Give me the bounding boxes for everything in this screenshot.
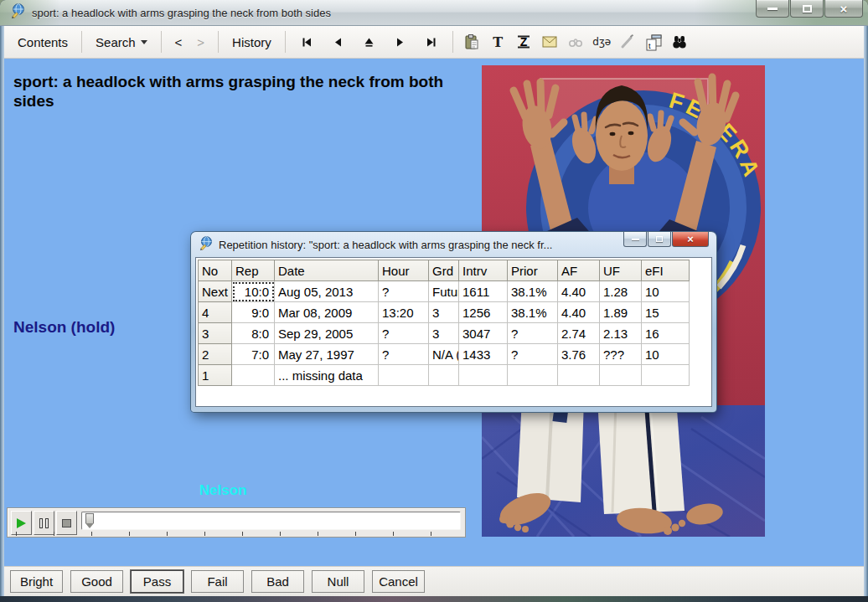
- taskbar-strip: [0, 596, 868, 602]
- minimize-button[interactable]: [756, 0, 789, 18]
- table-header-row: NoRepDateHourGrdIntrvPriorAFUFeFI: [199, 260, 690, 281]
- table-row: 38:0Sep 29, 2005?33047?2.742.1316: [199, 323, 690, 344]
- separator: [81, 31, 82, 53]
- compress-button[interactable]: Z: [513, 31, 535, 54]
- grade-bad-button[interactable]: Bad: [251, 570, 304, 593]
- separator: [218, 31, 219, 53]
- binoculars-icon: [671, 33, 688, 50]
- svg-text:Z: Z: [520, 35, 528, 49]
- cancel-button[interactable]: Cancel: [372, 570, 425, 593]
- seek-slider[interactable]: [81, 512, 461, 530]
- link-icon: [567, 33, 584, 50]
- table-row: 27:0May 27, 1997?N/A (1433?3.76???10: [199, 344, 690, 365]
- answer-text: Nelson (hold): [13, 318, 115, 337]
- grade-good-button[interactable]: Good: [70, 570, 123, 593]
- compress-icon: Z: [515, 33, 532, 50]
- grade-pass-button[interactable]: Pass: [131, 570, 183, 593]
- grade-bright-button[interactable]: Bright: [10, 570, 63, 593]
- dialog-controls: ×: [623, 232, 709, 247]
- table-row: 1... missing data: [199, 365, 690, 386]
- wand-icon: [619, 33, 636, 50]
- slider-thumb[interactable]: [85, 513, 94, 523]
- media-player: [7, 507, 466, 538]
- history-button[interactable]: History: [225, 32, 279, 53]
- supermemo-globe-icon: [10, 3, 25, 22]
- image-caption: Nelson: [199, 482, 247, 499]
- table-row: Next10:0Aug 05, 2013?Future161138.1%4.40…: [199, 281, 690, 302]
- maximize-icon: [803, 5, 812, 13]
- window-controls: ×: [756, 0, 863, 18]
- pronunciation-button[interactable]: dʒə: [591, 31, 613, 54]
- question-text: sport: a headlock with arms grasping the…: [13, 72, 445, 111]
- dialog-body: NoRepDateHourGrdIntrvPriorAFUFeFI Next10…: [195, 257, 712, 407]
- grade-null-button[interactable]: Null: [312, 570, 364, 593]
- maximize-button[interactable]: [790, 0, 824, 18]
- back-button[interactable]: <: [168, 32, 190, 53]
- maximize-icon: [656, 236, 663, 242]
- repetition-table: NoRepDateHourGrdIntrvPriorAFUFeFI Next10…: [198, 260, 690, 386]
- email-button[interactable]: [539, 31, 561, 54]
- separator: [452, 31, 453, 53]
- supermemo-globe-icon: [199, 236, 213, 254]
- window-border-right: [864, 26, 868, 596]
- duplicate-window-button[interactable]: t: [643, 31, 665, 54]
- close-button[interactable]: ×: [824, 0, 863, 18]
- close-icon: ×: [840, 3, 848, 15]
- dialog-close-button[interactable]: ×: [672, 232, 709, 247]
- separator: [285, 31, 286, 53]
- phonetic-icon: dʒə: [592, 36, 611, 48]
- grade-fail-button[interactable]: Fail: [191, 570, 244, 593]
- supermemo-element-window: sport: a headlock with arms grasping the…: [0, 0, 868, 602]
- next-icon: [394, 36, 406, 49]
- text-icon: T: [493, 34, 503, 50]
- minimize-icon: [767, 8, 778, 10]
- dialog-title: Repetition history: "sport: a headlock w…: [219, 239, 606, 251]
- table-row: 49:0Mar 08, 200913:203125638.1%4.401.891…: [199, 302, 690, 323]
- link-button[interactable]: [565, 31, 587, 54]
- dialog-maximize-button[interactable]: [648, 232, 671, 247]
- window-title: sport: a headlock with arms grasping the…: [32, 7, 331, 19]
- grade-bar: Bright Good Pass Fail Bad Null Cancel: [4, 566, 864, 596]
- minimize-icon: [632, 239, 639, 240]
- toolbar: Contents Search < > History T Z dʒə t: [0, 26, 868, 59]
- focused-cell[interactable]: 10:0: [232, 281, 275, 302]
- separator: [161, 31, 162, 53]
- forward-button[interactable]: >: [189, 32, 212, 53]
- edit-button[interactable]: [617, 31, 639, 54]
- parent-element-button[interactable]: [359, 33, 379, 52]
- find-button[interactable]: [669, 31, 691, 54]
- dialog-titlebar[interactable]: Repetition history: "sport: a headlock w…: [191, 232, 716, 257]
- up-icon: [363, 36, 375, 49]
- first-element-button[interactable]: [297, 33, 317, 52]
- text-component-button[interactable]: T: [487, 31, 509, 54]
- chevron-down-icon: [141, 40, 147, 44]
- pause-icon: [39, 518, 49, 528]
- slider-ticks: [16, 532, 460, 536]
- window-titlebar[interactable]: sport: a headlock with arms grasping the…: [0, 0, 868, 26]
- paste-button[interactable]: [461, 31, 483, 54]
- dialog-minimize-button[interactable]: [623, 232, 647, 247]
- search-button[interactable]: Search: [88, 32, 155, 53]
- close-icon: ×: [687, 234, 694, 244]
- last-element-button[interactable]: [421, 33, 441, 52]
- stop-icon: [62, 519, 71, 527]
- next-element-button[interactable]: [390, 33, 410, 52]
- skip-first-icon: [301, 36, 313, 49]
- contents-button[interactable]: Contents: [10, 32, 75, 53]
- repetition-history-dialog: Repetition history: "sport: a headlock w…: [191, 232, 716, 412]
- previous-icon: [332, 36, 344, 49]
- previous-element-button[interactable]: [328, 33, 348, 52]
- copy-window-icon: t: [645, 33, 663, 51]
- skip-last-icon: [425, 36, 437, 49]
- play-icon: [17, 518, 26, 528]
- envelope-icon: [541, 33, 558, 50]
- clipboard-icon: [463, 33, 480, 50]
